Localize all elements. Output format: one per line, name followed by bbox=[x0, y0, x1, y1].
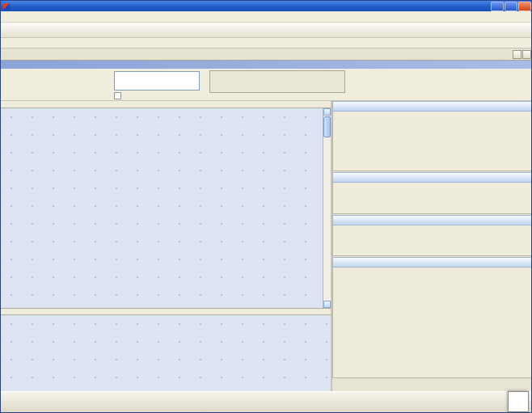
function-key-bar bbox=[1, 391, 532, 413]
device-settings bbox=[209, 70, 345, 93]
waveform-traces bbox=[1, 108, 323, 308]
results-panel bbox=[332, 101, 532, 391]
comments-section bbox=[114, 70, 200, 99]
maximize-button[interactable] bbox=[505, 2, 517, 11]
title-bar[interactable] bbox=[1, 1, 532, 11]
superimposed-traces bbox=[1, 315, 331, 391]
result-tab-bar bbox=[332, 379, 532, 391]
waveform-viewer bbox=[1, 101, 331, 391]
time-ruler bbox=[1, 101, 331, 108]
tab-list-button[interactable] bbox=[513, 50, 521, 59]
close-overlay-button[interactable] bbox=[508, 391, 529, 412]
main-toolbar bbox=[1, 23, 532, 38]
time-ruler-lower bbox=[1, 308, 331, 315]
wystapienia-body bbox=[332, 183, 532, 214]
scroll-up-button[interactable] bbox=[323, 108, 331, 116]
panel-titlebar bbox=[332, 101, 532, 112]
powtarzanie-panel bbox=[332, 215, 532, 256]
scroll-down-button[interactable] bbox=[323, 301, 331, 308]
tab-close-button[interactable] bbox=[522, 50, 531, 59]
waveform-panel-upper[interactable] bbox=[1, 108, 323, 308]
app-icon bbox=[3, 3, 10, 10]
powtarzanie-body bbox=[332, 225, 532, 256]
scatter-body bbox=[332, 268, 532, 378]
device-section bbox=[209, 70, 345, 93]
parametry-panel bbox=[332, 101, 532, 171]
minimize-button[interactable] bbox=[491, 2, 504, 11]
panel-titlebar bbox=[332, 172, 532, 183]
close-button[interactable] bbox=[518, 2, 531, 11]
waveform-panel-lower[interactable] bbox=[1, 315, 331, 391]
parametry-body bbox=[332, 112, 532, 171]
copy-to-report-option[interactable] bbox=[114, 92, 200, 99]
template-header bbox=[1, 61, 532, 69]
tab-strip-buttons bbox=[513, 50, 532, 60]
panel-titlebar bbox=[332, 215, 532, 225]
copy-checkbox[interactable] bbox=[114, 92, 121, 99]
window-buttons bbox=[491, 2, 532, 11]
scatter-chart bbox=[333, 268, 532, 377]
wystapienia-panel bbox=[332, 172, 532, 214]
vertical-scrollbar[interactable] bbox=[323, 108, 331, 308]
comments-textarea[interactable] bbox=[114, 71, 200, 91]
scatter-panel bbox=[332, 257, 532, 378]
exam-info-bar bbox=[1, 69, 532, 101]
exam-tab-strip bbox=[1, 48, 532, 61]
application-window bbox=[0, 0, 532, 413]
scrollbar-thumb[interactable] bbox=[323, 116, 331, 137]
test-toolbar bbox=[1, 38, 532, 48]
menu-bar bbox=[1, 11, 532, 23]
panel-titlebar bbox=[332, 257, 532, 268]
